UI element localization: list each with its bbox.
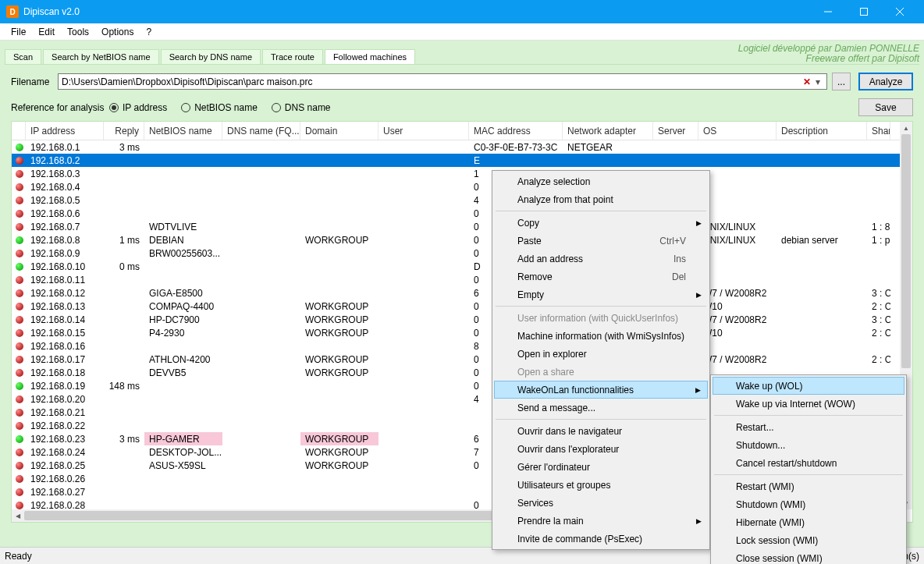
cell-share: 2 : C (867, 326, 890, 339)
tab-scan[interactable]: Scan (5, 49, 41, 64)
menu-item[interactable]: Lock session (WMI) (713, 531, 904, 549)
table-row[interactable]: 192.168.0.81 msDEBIANWORKGROUP0UNIX/LINU… (12, 233, 900, 247)
menu-item[interactable]: Analyze from that point (494, 190, 708, 208)
cell-netbios (144, 180, 222, 193)
tab-traceroute[interactable]: Trace route (262, 49, 323, 64)
col-mac[interactable]: MAC address (469, 122, 563, 140)
credits-line1: Logiciel développé par Damien PONNELLE (738, 44, 919, 54)
close-button[interactable] (882, 0, 918, 23)
table-row[interactable]: 192.168.0.40 (12, 180, 900, 193)
scroll-left-icon[interactable]: ◀ (12, 509, 24, 522)
menu-item[interactable]: RemoveDel (494, 268, 708, 286)
menu-item[interactable]: Empty▶ (494, 286, 708, 303)
col-desc[interactable]: Description (777, 122, 867, 140)
menu-item[interactable]: Restart (WMI) (713, 477, 904, 495)
menu-item[interactable]: Services (494, 494, 708, 512)
menu-item[interactable]: Hibernate (WMI) (713, 513, 904, 531)
table-row[interactable]: 192.168.0.14HP-DC7900WORKGROUP0W7 / W200… (12, 313, 900, 326)
menu-item[interactable]: Send a message... (494, 399, 708, 417)
cell-netbios (144, 140, 222, 154)
menu-tools[interactable]: Tools (61, 24, 95, 40)
menu-item[interactable]: Shutdown... (713, 436, 904, 454)
menu-item[interactable]: Shutdown (WMI) (713, 495, 904, 513)
menu-item[interactable]: Ouvrir dans l'explorateur (494, 440, 708, 458)
menu-item[interactable]: Gérer l'ordinateur (494, 458, 708, 476)
col-netbios[interactable]: NetBIOS name (144, 122, 222, 140)
menu-item[interactable]: PasteCtrl+V (494, 232, 708, 250)
menu-help[interactable]: ? (140, 24, 158, 40)
menu-item[interactable]: Utilisateurs et groupes (494, 476, 708, 494)
col-share[interactable]: Shar (867, 122, 890, 140)
cell-os (698, 339, 777, 353)
tab-followed[interactable]: Followed machines (325, 49, 415, 64)
col-netadapter[interactable]: Network adapter (563, 122, 653, 140)
col-os[interactable]: OS (698, 122, 777, 140)
cell-ip: 192.168.0.17 (26, 353, 104, 366)
hscroll-thumb[interactable] (24, 511, 524, 520)
cell-desc (777, 207, 867, 220)
table-row[interactable]: 192.168.0.110 (12, 273, 900, 286)
col-ip[interactable]: IP address (26, 122, 104, 140)
save-button[interactable]: Save (858, 98, 913, 116)
menu-item[interactable]: Invite de commande (PsExec) (494, 530, 708, 548)
cell-desc (777, 273, 867, 286)
menu-edit[interactable]: Edit (32, 24, 61, 40)
table-row[interactable]: 192.168.0.13COMPAQ-4400WORKGROUP0W102 : … (12, 300, 900, 313)
menu-item[interactable]: Analyze selection (494, 172, 708, 190)
menu-item[interactable]: Prendre la main▶ (494, 512, 708, 530)
menu-item[interactable]: Add an addressIns (494, 250, 708, 268)
cell-reply (104, 406, 144, 419)
menu-options[interactable]: Options (95, 24, 140, 40)
table-row[interactable]: 192.168.0.54 (12, 193, 900, 207)
menu-item[interactable]: Wake up (WOL) (713, 377, 904, 395)
minimize-button[interactable] (810, 0, 846, 23)
table-row[interactable]: 192.168.0.7WDTVLIVE0UNIX/LINUX1 : 8 (12, 220, 900, 233)
radio-dns[interactable]: DNS name (272, 102, 331, 113)
cell-ip: 192.168.0.14 (26, 313, 104, 326)
menu-item[interactable]: Wake up via Internet (WOW) (713, 395, 904, 413)
filename-input[interactable]: D:\Users\Damien\Dropbox\Dipisoft\Dipisca… (58, 73, 827, 90)
cell-user (378, 432, 469, 445)
tab-dns[interactable]: Search by DNS name (161, 49, 261, 64)
col-server[interactable]: Server (653, 122, 698, 140)
context-submenu-wol[interactable]: Wake up (WOL)Wake up via Internet (WOW)R… (710, 374, 907, 564)
table-row[interactable]: 192.168.0.168 (12, 339, 900, 353)
menu-item[interactable]: Close session (WMI) (713, 549, 904, 564)
context-menu[interactable]: Analyze selectionAnalyze from that point… (492, 170, 710, 550)
menu-item[interactable]: Copy▶ (494, 214, 708, 232)
menu-item[interactable]: Open in explorer (494, 345, 708, 363)
browse-button[interactable]: ... (832, 73, 851, 90)
menu-item[interactable]: Cancel restart/shutdown (713, 454, 904, 472)
menu-file[interactable]: File (5, 24, 32, 40)
maximize-button[interactable] (846, 0, 882, 23)
col-user[interactable]: User (378, 122, 469, 140)
table-row[interactable]: 192.168.0.2E (12, 154, 900, 167)
table-row[interactable]: 192.168.0.17ATHLON-4200WORKGROUP0W7 / W2… (12, 353, 900, 366)
col-led[interactable] (12, 122, 26, 140)
table-row[interactable]: 192.168.0.60 (12, 207, 900, 220)
menu-item[interactable]: Machine information (with WmiSysInfos) (494, 327, 708, 345)
table-row[interactable]: 192.168.0.9BRW00255603...0 (12, 247, 900, 260)
radio-netbios[interactable]: NetBIOS name (181, 102, 258, 113)
table-row[interactable]: 192.168.0.31 (12, 167, 900, 180)
menu-item[interactable]: Ouvrir dans le navigateur (494, 422, 708, 440)
scroll-thumb[interactable] (901, 134, 911, 368)
status-led (12, 140, 26, 154)
table-row[interactable]: 192.168.0.100 msD (12, 260, 900, 273)
radio-ip[interactable]: IP address (109, 102, 167, 113)
table-row[interactable]: 192.168.0.15P4-2930WORKGROUP0W102 : C (12, 326, 900, 339)
cell-desc (777, 339, 867, 353)
menu-item[interactable]: WakeOnLan functionnalities▶ (494, 381, 708, 399)
table-row[interactable]: 192.168.0.12GIGA-E85006W7 / W2008R23 : C (12, 286, 900, 300)
col-dns[interactable]: DNS name (FQ... (222, 122, 300, 140)
table-row[interactable]: 192.168.0.13 msC0-3F-0E-B7-73-3CNETGEAR (12, 140, 900, 154)
tab-netbios[interactable]: Search by NetBIOS name (43, 49, 159, 64)
clear-icon[interactable]: ✕ (801, 76, 812, 87)
analyze-button[interactable]: Analyze (858, 73, 913, 90)
scroll-up-icon[interactable]: ▲ (900, 122, 912, 134)
cell-reply (104, 207, 144, 220)
dropdown-icon[interactable]: ▾ (812, 76, 823, 87)
col-domain[interactable]: Domain (300, 122, 378, 140)
menu-item[interactable]: Restart... (713, 418, 904, 436)
col-reply[interactable]: Reply (104, 122, 144, 140)
